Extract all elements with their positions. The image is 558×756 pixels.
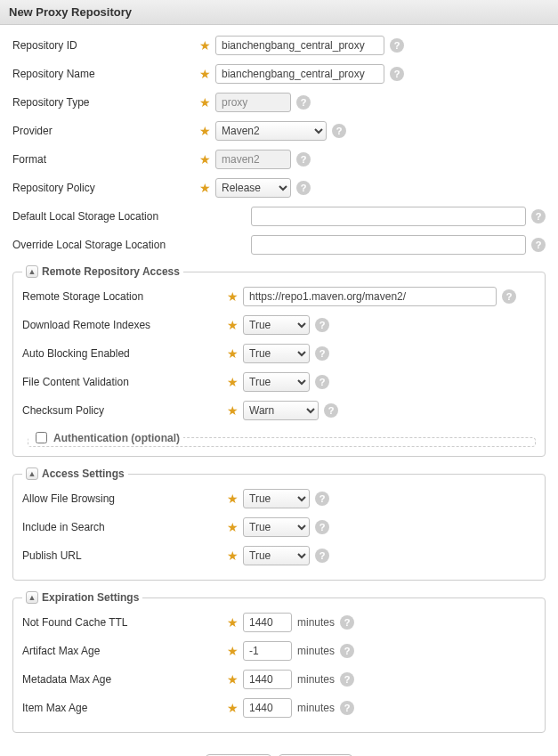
help-icon[interactable]: ? — [340, 644, 354, 658]
panel-header: New Proxy Repository — [0, 0, 558, 25]
input-remote-storage[interactable] — [243, 287, 497, 306]
input-metadatamax[interactable] — [243, 670, 292, 689]
help-icon[interactable]: ? — [296, 181, 311, 195]
fieldset-access: ▲ Access Settings Allow File Browsing ★ … — [12, 467, 546, 581]
input-repo-type — [215, 93, 291, 112]
row-policy: Repository Policy ★ Release ? — [12, 178, 546, 198]
row-file-validation: File Content Validation ★ True ? — [22, 372, 536, 392]
label-format: Format — [12, 153, 199, 166]
label-policy: Repository Policy — [12, 182, 199, 194]
row-default-storage: Default Local Storage Location ? — [12, 207, 546, 226]
label-remote-storage: Remote Storage Location — [22, 290, 227, 303]
row-artifactmax: Artifact Max Age ★ minutes ? — [22, 641, 536, 661]
input-artifactmax[interactable] — [243, 641, 292, 661]
required-icon: ★ — [199, 124, 215, 138]
help-icon[interactable]: ? — [340, 701, 354, 715]
required-icon: ★ — [227, 318, 243, 332]
help-icon[interactable]: ? — [390, 67, 404, 81]
row-provider: Provider ★ Maven2 ? — [12, 121, 546, 141]
help-icon[interactable]: ? — [531, 209, 546, 224]
row-repo-name: Repository Name ★ ? — [12, 64, 546, 84]
label-repo-name: Repository Name — [12, 68, 199, 80]
row-itemmax: Item Max Age ★ minutes ? — [22, 698, 536, 718]
label-artifactmax: Artifact Max Age — [22, 645, 227, 657]
help-icon[interactable]: ? — [315, 375, 329, 389]
help-icon[interactable]: ? — [296, 152, 311, 167]
fieldset-expiration: ▲ Expiration Settings Not Found Cache TT… — [12, 591, 546, 733]
help-icon[interactable]: ? — [531, 238, 546, 252]
label-override-storage: Override Local Storage Location — [12, 239, 251, 251]
input-format — [215, 150, 291, 169]
row-format: Format ★ ? — [12, 150, 546, 169]
select-download-indexes[interactable]: True — [243, 315, 310, 335]
help-icon[interactable]: ? — [315, 520, 329, 534]
select-browse[interactable]: True — [243, 489, 310, 508]
row-notfound: Not Found Cache TTL ★ minutes ? — [22, 613, 536, 632]
label-publish: Publish URL — [22, 549, 227, 562]
checkbox-auth[interactable] — [36, 432, 47, 443]
help-icon[interactable]: ? — [315, 549, 329, 563]
label-download-indexes: Download Remote Indexes — [22, 319, 227, 331]
select-search[interactable]: True — [243, 517, 310, 537]
help-icon[interactable]: ? — [340, 615, 354, 630]
legend-expiration-label: Expiration Settings — [42, 591, 139, 604]
label-metadatamax: Metadata Max Age — [22, 673, 227, 686]
required-icon: ★ — [199, 38, 215, 53]
help-icon[interactable]: ? — [315, 346, 329, 361]
label-repo-type: Repository Type — [12, 96, 199, 109]
label-search: Include in Search — [22, 521, 227, 533]
row-publish: Publish URL ★ True ? — [22, 546, 536, 565]
fieldset-remote: ▲ Remote Repository Access Remote Storag… — [12, 265, 546, 457]
help-icon[interactable]: ? — [315, 492, 329, 506]
label-provider: Provider — [12, 125, 199, 137]
row-checksum: Checksum Policy ★ Warn ? — [22, 401, 536, 420]
row-repo-id: Repository ID ★ ? — [12, 36, 546, 55]
help-icon[interactable]: ? — [315, 318, 329, 332]
select-checksum[interactable]: Warn — [243, 401, 319, 420]
label-checksum: Checksum Policy — [22, 404, 227, 417]
help-icon[interactable]: ? — [340, 672, 354, 687]
input-itemmax[interactable] — [243, 698, 292, 718]
required-icon: ★ — [227, 644, 243, 658]
required-icon: ★ — [227, 520, 243, 534]
required-icon: ★ — [227, 375, 243, 389]
row-download-indexes: Download Remote Indexes ★ True ? — [22, 315, 536, 335]
help-icon[interactable]: ? — [324, 403, 338, 418]
required-icon: ★ — [227, 615, 243, 630]
help-icon[interactable]: ? — [390, 38, 404, 53]
unit-itemmax: minutes — [297, 702, 335, 714]
row-metadatamax: Metadata Max Age ★ minutes ? — [22, 670, 536, 689]
input-notfound[interactable] — [243, 613, 292, 632]
panel-body: Repository ID ★ ? Repository Name ★ ? Re… — [0, 25, 558, 756]
required-icon: ★ — [227, 346, 243, 361]
label-repo-id: Repository ID — [12, 39, 199, 52]
legend-auth-label: Authentication (optional) — [53, 432, 180, 444]
help-icon[interactable]: ? — [332, 124, 346, 138]
select-provider[interactable]: Maven2 — [215, 121, 327, 141]
legend-auth[interactable]: Authentication (optional) — [28, 429, 183, 446]
row-search: Include in Search ★ True ? — [22, 517, 536, 537]
label-notfound: Not Found Cache TTL — [22, 616, 227, 629]
label-itemmax: Item Max Age — [22, 702, 227, 714]
row-browse: Allow File Browsing ★ True ? — [22, 489, 536, 508]
select-file-validation[interactable]: True — [243, 372, 310, 392]
input-repo-name[interactable] — [215, 64, 384, 84]
required-icon: ★ — [227, 289, 243, 304]
fieldset-auth: Authentication (optional) — [28, 429, 536, 447]
legend-remote[interactable]: ▲ Remote Repository Access — [22, 265, 183, 278]
label-default-storage: Default Local Storage Location — [12, 210, 251, 223]
legend-access[interactable]: ▲ Access Settings — [22, 467, 128, 480]
legend-expiration[interactable]: ▲ Expiration Settings — [22, 591, 142, 604]
help-icon[interactable]: ? — [502, 289, 516, 304]
required-icon: ★ — [199, 152, 215, 167]
input-default-storage[interactable] — [251, 207, 526, 226]
select-policy[interactable]: Release — [215, 178, 291, 198]
row-auto-blocking: Auto Blocking Enabled ★ True ? — [22, 344, 536, 363]
select-publish[interactable]: True — [243, 546, 310, 565]
input-repo-id[interactable] — [215, 36, 384, 55]
label-browse: Allow File Browsing — [22, 492, 227, 505]
select-auto-blocking[interactable]: True — [243, 344, 310, 363]
row-remote-storage: Remote Storage Location ★ ? — [22, 287, 536, 306]
input-override-storage[interactable] — [251, 235, 526, 255]
help-icon[interactable]: ? — [296, 95, 311, 110]
